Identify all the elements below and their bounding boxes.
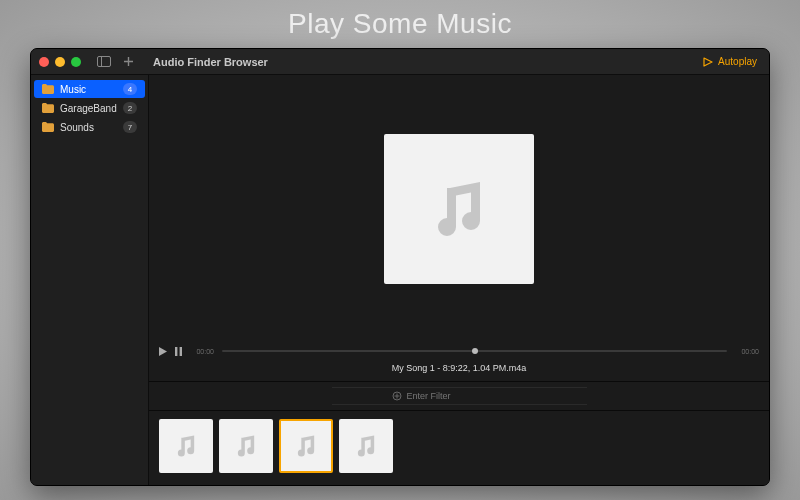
- sidebar-item-music[interactable]: Music 4: [34, 80, 145, 98]
- time-elapsed: 00:00: [190, 348, 214, 355]
- music-note-icon: [292, 432, 320, 460]
- sidebar: Music 4 GarageBand 2 Sounds 7: [31, 75, 149, 485]
- filter-icon: [392, 391, 402, 401]
- filter-bar: [149, 382, 769, 410]
- titlebar: Audio Finder Browser Autoplay: [31, 49, 769, 75]
- thumbnail-item[interactable]: [339, 419, 393, 473]
- folder-icon: [42, 103, 54, 113]
- filter-input[interactable]: [407, 391, 527, 401]
- svg-marker-4: [704, 58, 712, 66]
- album-art-large: [384, 134, 534, 284]
- music-note-icon: [232, 432, 260, 460]
- thumbnail-item[interactable]: [279, 419, 333, 473]
- thumbnail-strip: [149, 411, 769, 485]
- music-note-icon: [352, 432, 380, 460]
- music-note-icon: [423, 173, 495, 245]
- pause-icon: [175, 347, 182, 356]
- minimize-window-button[interactable]: [55, 57, 65, 67]
- play-icon: [159, 347, 167, 356]
- autoplay-button[interactable]: Autoplay: [703, 56, 757, 67]
- add-button[interactable]: [119, 54, 137, 70]
- app-window: Audio Finder Browser Autoplay Music 4 Ga…: [30, 48, 770, 486]
- sidebar-item-label: GarageBand: [60, 103, 117, 114]
- svg-rect-0: [98, 57, 111, 67]
- sidebar-toggle-button[interactable]: [95, 54, 113, 70]
- svg-rect-7: [180, 347, 182, 356]
- svg-rect-6: [175, 347, 177, 356]
- transport-bar: 00:00 00:00 My Song 1 - 8:9:22, 1.04 PM.…: [149, 343, 769, 381]
- seek-slider[interactable]: [222, 350, 727, 352]
- time-total: 00:00: [735, 348, 759, 355]
- window-title: Audio Finder Browser: [153, 56, 268, 68]
- now-playing-label: My Song 1 - 8:9:22, 1.04 PM.m4a: [159, 359, 759, 379]
- close-window-button[interactable]: [39, 57, 49, 67]
- window-controls: [39, 57, 81, 67]
- autoplay-label: Autoplay: [718, 56, 757, 67]
- sidebar-item-count: 7: [123, 121, 137, 133]
- folder-icon: [42, 122, 54, 132]
- folder-icon: [42, 84, 54, 94]
- music-note-icon: [172, 432, 200, 460]
- sidebar-item-label: Music: [60, 84, 117, 95]
- sidebar-item-sounds[interactable]: Sounds 7: [34, 118, 145, 136]
- sidebar-item-label: Sounds: [60, 122, 117, 133]
- preview-area: [149, 75, 769, 343]
- play-button[interactable]: [159, 347, 167, 356]
- thumbnail-item[interactable]: [219, 419, 273, 473]
- thumbnail-item[interactable]: [159, 419, 213, 473]
- pause-button[interactable]: [175, 347, 182, 356]
- page-hero-title: Play Some Music: [288, 8, 512, 40]
- sidebar-item-garageband[interactable]: GarageBand 2: [34, 99, 145, 117]
- seek-knob[interactable]: [472, 348, 478, 354]
- play-outline-icon: [703, 57, 713, 67]
- svg-marker-5: [159, 347, 167, 356]
- sidebar-item-count: 2: [123, 102, 137, 114]
- maximize-window-button[interactable]: [71, 57, 81, 67]
- main-content: 00:00 00:00 My Song 1 - 8:9:22, 1.04 PM.…: [149, 75, 769, 485]
- sidebar-item-count: 4: [123, 83, 137, 95]
